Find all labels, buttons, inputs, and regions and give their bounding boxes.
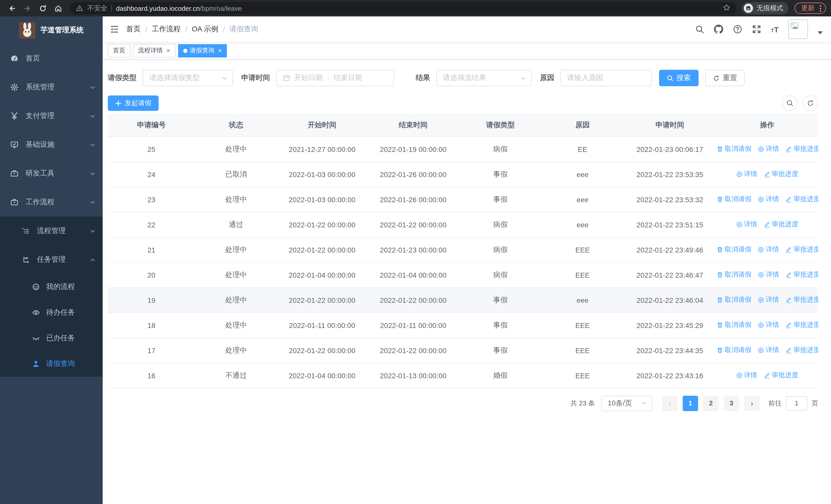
leave-type-select[interactable]: 请选择请假类型 [143,70,233,86]
approval-progress-link[interactable]: 审批进度 [764,170,798,179]
cancel-leave-link[interactable]: 取消请假 [717,346,751,355]
detail-link[interactable]: 详情 [757,195,779,204]
avatar-caret-icon[interactable] [818,31,823,34]
approval-progress-link[interactable]: 审批进度 [785,195,818,204]
header-search-icon[interactable] [695,25,704,34]
table-row[interactable]: 17处理中2022-01-22 00:00:002022-01-22 00:00… [108,338,818,363]
cancel-leave-link[interactable]: 取消请假 [717,245,751,254]
address-bar[interactable]: 不安全 dashboard.yudao.iocoder.cn /bpm/oa/l… [70,2,737,14]
fullscreen-icon[interactable] [752,25,761,34]
sidebar-item-devtools[interactable]: 研发工具 [0,159,103,188]
sidebar-item-system[interactable]: 系统管理 [0,73,103,101]
cell-status: 处理中 [195,288,277,313]
approval-progress-link[interactable]: 审批进度 [764,220,798,229]
breadcrumb-oa[interactable]: OA 示例 [192,25,219,34]
font-size-icon[interactable]: TT [771,25,779,34]
reset-button[interactable]: 重置 [705,70,745,86]
next-page-button[interactable]: › [744,395,760,411]
browser-menu-icon[interactable] [820,5,821,11]
approval-progress-link[interactable]: 审批进度 [785,346,818,355]
detail-link[interactable]: 详情 [736,371,757,380]
sidebar-item-process-mgmt[interactable]: 流程管理 [0,216,103,245]
approval-progress-link[interactable]: 审批进度 [785,321,818,330]
cancel-leave-link[interactable]: 取消请假 [717,295,751,305]
help-icon[interactable] [733,25,742,34]
cell-reason: EEE [542,338,624,363]
table-row[interactable]: 21处理中2022-01-22 00:00:002022-01-23 00:00… [108,237,818,262]
detail-link[interactable]: 详情 [736,220,757,229]
table-row[interactable]: 16不通过2022-01-04 00:00:002022-01-13 00:00… [108,363,818,388]
sidebar-item-done-tasks[interactable]: 已办任务 [0,325,103,351]
browser-reload-icon[interactable] [36,2,49,15]
table-row[interactable]: 22通过2022-01-22 00:00:002022-01-22 00:00:… [108,212,818,237]
sidebar-item-home[interactable]: 首页 [0,44,103,73]
page-button-3[interactable]: 3 [724,395,739,411]
detail-link[interactable]: 详情 [757,270,779,279]
breadcrumb-workflow[interactable]: 工作流程 [152,25,181,34]
table-row[interactable]: 18处理中2022-01-11 00:00:002022-01-11 00:00… [108,313,818,338]
tab-process-detail[interactable]: 流程详情 × [133,44,175,57]
approval-progress-link[interactable]: 审批进度 [785,245,818,254]
page-button-1[interactable]: 1 [683,395,698,411]
approval-progress-link[interactable]: 审批进度 [764,371,798,380]
plus-icon [115,100,122,107]
avatar[interactable] [789,20,808,39]
tab-close-icon[interactable]: × [218,47,222,54]
table-row[interactable]: 23处理中2022-01-03 00:00:002022-01-26 00:00… [108,187,818,212]
search-button[interactable]: 搜索 [659,70,698,86]
refresh-table-button[interactable] [803,95,818,111]
github-icon[interactable] [714,25,723,34]
sidebar-item-leave-query[interactable]: 请假查询 [0,351,103,377]
cancel-leave-link[interactable]: 取消请假 [717,195,751,204]
cell-status: 处理中 [195,262,277,288]
goto-page-input[interactable] [786,396,807,410]
sidebar-item-todo-tasks[interactable]: 待办任务 [0,300,103,325]
sidebar-item-my-process[interactable]: 我的流程 [0,274,103,300]
detail-link[interactable]: 详情 [757,321,779,330]
cell-reason: eee [542,288,624,313]
prev-page-button[interactable]: ‹ [662,395,678,411]
table-row[interactable]: 20处理中2022-01-04 00:00:002022-01-04 00:00… [108,262,818,288]
tab-leave-query[interactable]: 请假查询 × [178,44,227,57]
tab-home[interactable]: 首页 [108,44,131,57]
detail-link[interactable]: 详情 [757,346,779,355]
breadcrumb-home[interactable]: 首页 [126,25,141,34]
apply-time-range-picker[interactable]: 开始日期 - 结束日期 [276,70,394,86]
result-select[interactable]: 请选择流结果 [436,70,532,86]
cancel-leave-link[interactable]: 取消请假 [717,270,751,279]
col-start-time: 开始时间 [277,114,367,137]
show-search-toggle-button[interactable] [782,95,798,111]
detail-link[interactable]: 详情 [736,170,757,179]
tab-close-icon[interactable]: × [166,47,170,54]
approval-progress-link[interactable]: 审批进度 [785,270,818,279]
sidebar-item-workflow[interactable]: 工作流程 [0,188,103,216]
active-tab-dot [183,49,187,53]
browser-back-icon[interactable] [5,2,19,15]
page-size-select[interactable]: 10条/页 [601,395,652,411]
browser-update-button[interactable]: 更新 [795,3,826,14]
table-row[interactable]: 24已取消2022-01-03 00:00:002022-01-26 00:00… [108,162,818,187]
bookmark-star-icon[interactable] [723,4,730,13]
cancel-leave-link[interactable]: 取消请假 [717,145,751,154]
browser-home-icon[interactable] [51,2,65,15]
app-title: 芋道管理系统 [40,26,84,35]
cell-start: 2022-01-04 00:00:00 [277,363,367,388]
cell-status: 处理中 [195,338,277,363]
cancel-leave-link[interactable]: 取消请假 [717,321,751,330]
detail-link[interactable]: 详情 [757,145,779,154]
reason-input[interactable]: 请输入原因 [561,70,652,86]
approval-progress-link[interactable]: 审批进度 [785,295,818,305]
cell-reason: EEE [542,363,624,388]
sidebar-item-payment[interactable]: 支付管理 [0,101,103,130]
table-row[interactable]: 25处理中2021-12-27 00:00:002022-01-19 00:00… [108,137,818,162]
sidebar-item-task-mgmt[interactable]: 任务管理 [0,245,103,274]
browser-forward-icon[interactable] [21,2,34,15]
approval-progress-link[interactable]: 审批进度 [785,145,818,154]
table-row[interactable]: 19处理中2022-01-22 00:00:002022-01-22 00:00… [108,288,818,313]
page-button-2[interactable]: 2 [703,395,719,411]
create-leave-button[interactable]: 发起请假 [108,95,159,111]
sidebar-toggle-icon[interactable] [103,25,126,34]
detail-link[interactable]: 详情 [757,245,779,254]
sidebar-item-infra[interactable]: 基础设施 [0,130,103,159]
detail-link[interactable]: 详情 [757,295,779,305]
